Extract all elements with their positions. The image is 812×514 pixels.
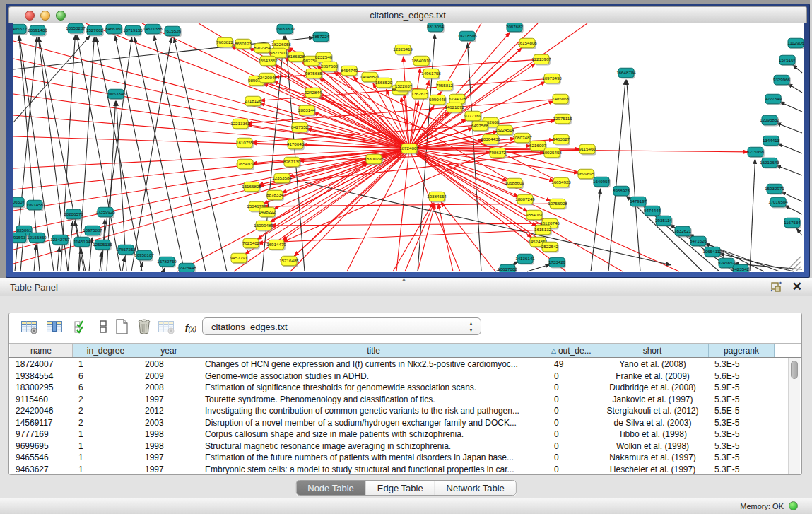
selected-node[interactable]: 10973493 (542, 74, 562, 84)
column-header-year[interactable]: year (139, 344, 199, 357)
selected-node[interactable]: 1615132 (534, 225, 552, 235)
selected-node[interactable]: 8660123 (235, 39, 252, 49)
node[interactable]: 2606507 (13, 197, 25, 208)
node[interactable]: 20053346 (106, 89, 126, 100)
node[interactable]: 1640954 (593, 177, 611, 187)
selected-node[interactable]: 14961758 (421, 69, 441, 79)
selected-node[interactable]: 20364436 (481, 134, 500, 145)
node[interactable]: 12156869 (27, 233, 47, 243)
node[interactable]: 19218586 (457, 31, 477, 42)
column-header-out_de[interactable]: △out_de... (548, 344, 596, 357)
node[interactable]: 14136141 (515, 254, 535, 264)
node[interactable]: 14671388 (143, 24, 163, 35)
selected-node[interactable]: 2867608 (321, 62, 339, 72)
node[interactable]: 9227349 (765, 94, 782, 105)
selected-node[interactable]: 15166825 (242, 182, 261, 192)
node[interactable]: 16210643 (760, 158, 779, 168)
selected-node[interactable]: 12325419 (393, 45, 413, 55)
column-header-short[interactable]: short (596, 344, 709, 357)
selected-node[interactable]: 7986372 (489, 148, 507, 158)
node[interactable]: 10653287 (66, 23, 86, 34)
delete-column-button[interactable] (134, 318, 155, 338)
new-column-button[interactable] (111, 318, 132, 338)
selected-node[interactable]: 22420046 (257, 73, 277, 83)
node[interactable]: 9329966 (773, 75, 791, 86)
node[interactable]: 7857224 (312, 32, 330, 42)
selected-node[interactable]: 1362615 (411, 89, 429, 100)
selected-edge[interactable] (409, 148, 566, 271)
edge[interactable] (776, 165, 802, 175)
selected-edge[interactable] (396, 148, 409, 271)
node[interactable]: 1991458 (26, 200, 44, 211)
node[interactable]: 9423542 (732, 264, 750, 272)
edge[interactable] (779, 102, 802, 112)
edge[interactable] (13, 35, 90, 122)
selected-node[interactable]: 16099489 (254, 221, 273, 231)
node[interactable]: 20206576 (64, 209, 83, 220)
table-row[interactable]: 977716911998Corpus callosum shape and si… (9, 428, 783, 440)
selected-edge[interactable] (247, 99, 560, 123)
node[interactable]: 16958107 (134, 250, 154, 261)
tab-node-table[interactable]: Node Table (296, 481, 366, 495)
selected-node[interactable]: 12213967 (531, 54, 551, 65)
selected-node[interactable]: 2803144 (298, 105, 316, 116)
selected-edge[interactable] (13, 148, 409, 168)
column-header-in_degree[interactable]: in_degree (73, 344, 139, 357)
table-row[interactable]: 1872400712008Changes of HCN gene express… (9, 358, 783, 370)
selected-node[interactable]: 8454749 (341, 66, 358, 76)
node[interactable]: 8813054 (427, 23, 445, 33)
node[interactable]: 391593 (13, 233, 28, 243)
node[interactable]: 8938923 (613, 186, 630, 197)
column-header-pagerank[interactable]: pagerank (709, 344, 775, 357)
vertical-scrollbar[interactable] (788, 358, 800, 474)
selected-node[interactable]: 7485063 (552, 94, 570, 105)
selected-node[interactable]: 7955812 (436, 81, 454, 91)
table-row[interactable]: 969969511998Structural magnetic resonanc… (9, 440, 783, 452)
function-builder-button[interactable]: f(x) (180, 318, 201, 338)
edge[interactable] (163, 268, 165, 271)
network-graph[interactable]: 1872400776638228660123891295418226058982… (13, 23, 804, 272)
selected-edge[interactable] (13, 115, 409, 148)
selected-node[interactable]: 18724007 (399, 144, 419, 154)
selected-node[interactable]: 1610755 (236, 138, 254, 148)
node[interactable]: 8466160 (105, 24, 123, 35)
selected-node[interactable]: 10756928 (548, 199, 567, 209)
edge[interactable] (96, 37, 142, 271)
node[interactable]: 8471626 (690, 236, 707, 247)
selected-node[interactable]: 8267130 (283, 157, 301, 168)
edge[interactable] (100, 37, 132, 271)
node[interactable]: 5215958 (747, 147, 765, 158)
selected-edge[interactable] (409, 148, 623, 271)
edge[interactable] (784, 205, 802, 214)
selected-node[interactable]: 8878334 (266, 190, 284, 201)
selected-node[interactable]: 9875685 (305, 69, 323, 79)
edge[interactable] (796, 228, 802, 235)
selected-node[interactable]: 7625402 (242, 238, 260, 249)
selected-node[interactable]: 6990448 (429, 95, 447, 105)
selected-node[interactable]: 9242844 (305, 88, 322, 98)
node[interactable]: 9474444 (644, 206, 661, 216)
scrollbar-thumb[interactable] (791, 361, 798, 379)
tab-network-table[interactable]: Network Table (435, 481, 516, 495)
node[interactable]: 17016504 (768, 197, 788, 208)
node[interactable]: 2087682 (506, 23, 524, 33)
node[interactable]: 12342757 (50, 235, 70, 245)
table-row[interactable]: 946362711997Embryonic stem cells: a mode… (9, 464, 783, 476)
table-select-dropdown[interactable]: citations_edges.txt ▲▼ (202, 317, 481, 335)
select-all-button[interactable] (70, 318, 91, 338)
node[interactable]: 1167534 (784, 218, 801, 228)
selected-node[interactable]: 10025458 (542, 148, 562, 158)
node[interactable]: 6479197 (630, 197, 647, 207)
network-canvas[interactable]: 1872400776638228660123891295418226058982… (13, 23, 804, 272)
selected-edge[interactable] (13, 148, 409, 250)
edge[interactable] (115, 36, 163, 271)
table-row[interactable]: 1830029562008Estimation of significance … (9, 382, 783, 394)
column-header-name[interactable]: name (10, 344, 73, 357)
table-row[interactable]: 946554611997Estimation of the future num… (9, 452, 783, 464)
selected-node[interactable]: 9463627 (553, 134, 570, 145)
selected-node[interactable]: 1568520 (375, 78, 393, 88)
edge[interactable] (134, 37, 184, 271)
edge[interactable] (131, 38, 171, 271)
selected-node[interactable]: 1522037 (395, 81, 413, 92)
node[interactable]: 2405572 (13, 24, 28, 35)
